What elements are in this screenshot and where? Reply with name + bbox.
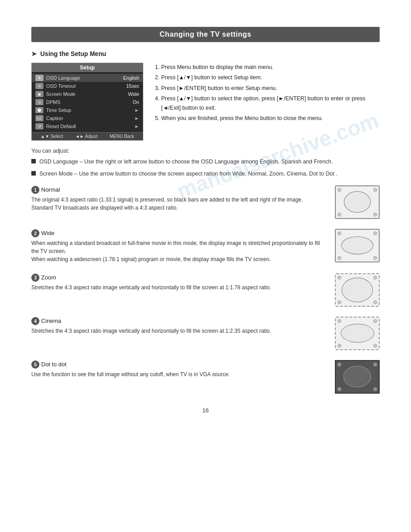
setup-item-dpms: ◎ DPMS On xyxy=(32,98,143,106)
mode-title-row-dotdot: 5 Dot to dot xyxy=(31,360,326,369)
mode-desc-cinema: Stretches the 4:3 aspect ratio image ver… xyxy=(31,327,326,335)
setup-item-arrow-4: ► xyxy=(134,107,139,113)
page-number: 16 xyxy=(31,407,380,414)
setup-item-icon-0: ✦ xyxy=(35,75,43,81)
tv-corner-tl-zoom xyxy=(338,276,341,279)
setup-item-label-4: Time Setup xyxy=(46,107,132,113)
tv-corner-bl-zoom xyxy=(338,300,341,304)
setup-item-icon-6: ↺ xyxy=(35,123,43,129)
setup-item-reset-default: ↺ Reset Default ► xyxy=(32,122,143,130)
setup-item-screen-mode: ▣ Screen Mode Wide xyxy=(32,90,143,98)
tv-diagram-normal xyxy=(335,185,380,219)
mode-name-wide: Wide xyxy=(41,230,55,236)
setup-item-caption: CC Caption ► xyxy=(32,114,143,122)
tv-dotdot-corner-bl xyxy=(338,387,341,391)
mode-item-text-zoom: 3 Zoom Stretches the 4:3 aspect ratio im… xyxy=(31,273,326,292)
setup-item-value-2: Wide xyxy=(128,91,139,97)
page-container: manualsarchive.com Changing the TV setti… xyxy=(0,0,411,532)
setup-item-arrow-5: ► xyxy=(134,116,139,121)
setup-menu-title: ➤ Using the Setup Menu xyxy=(31,50,380,57)
bullet-item-osd-language: OSD Language – Use the right or left arr… xyxy=(31,158,380,166)
setup-item-value-0: English xyxy=(123,75,139,81)
mode-item-dotdot: 5 Dot to dot Use the function to see the… xyxy=(31,360,380,394)
mode-number-3: 3 xyxy=(31,274,39,282)
mode-item-zoom: 3 Zoom Stretches the 4:3 aspect ratio im… xyxy=(31,273,380,307)
tv-dotdot-corner-br xyxy=(373,387,377,391)
section-arrow-icon: ➤ xyxy=(31,50,37,57)
mode-item-text-cinema: 4 Cinema Stretches the 4:3 aspect ratio … xyxy=(31,317,326,335)
tv-dotdot xyxy=(335,360,380,394)
setup-item-label-1: OSD Timeout xyxy=(46,83,124,89)
tv-diagram-wide xyxy=(335,229,380,262)
tv-dotdot-corner-tl xyxy=(338,363,341,366)
footer-adjust: ◄► Adjust xyxy=(75,134,98,139)
mode-title-row-wide: 2 Wide xyxy=(31,229,326,237)
footer-select: ▲▼ Select xyxy=(41,134,63,139)
tv-corner-br-zoom xyxy=(373,300,377,304)
instruction-step-2: Press [▲/▼] button to select Setup item. xyxy=(161,73,380,82)
setup-box-footer: ▲▼ Select ◄► Adjust MENU Back xyxy=(32,132,143,140)
tv-inner-oval-cinema xyxy=(341,324,374,343)
tv-corner-tr-normal xyxy=(373,188,377,192)
setup-box-items: ✦ OSD Language English ⊙ OSD Timeout 15s… xyxy=(32,72,143,132)
you-can-adjust: You can adjust: xyxy=(31,148,380,154)
setup-item-value-3: On xyxy=(133,99,139,105)
setup-menu-label: Using the Setup Menu xyxy=(40,50,106,57)
mode-item-text-wide: 2 Wide When watching a standard broadcas… xyxy=(31,229,326,263)
instruction-step-5: When you are finished, press the Menu bu… xyxy=(161,114,380,123)
tv-corner-br-cinema xyxy=(373,344,377,348)
instruction-step-4: Press [▲/▼] button to select the option,… xyxy=(161,94,380,113)
setup-item-icon-5: CC xyxy=(35,115,43,121)
mode-item-cinema: 4 Cinema Stretches the 4:3 aspect ratio … xyxy=(31,317,380,350)
mode-name-normal: Normal xyxy=(41,186,60,193)
tv-outer-normal xyxy=(335,185,380,219)
tv-corner-bl-wide xyxy=(338,256,341,260)
setup-item-icon-3: ◎ xyxy=(35,99,43,105)
mode-desc-normal: The original 4:3 aspect ratio (1.33:1 si… xyxy=(31,196,326,212)
mode-desc-dotdot: Use the function to see the full image w… xyxy=(31,370,326,378)
setup-box: Setup ✦ OSD Language English ⊙ OSD Timeo… xyxy=(31,63,143,141)
tv-corner-br-normal xyxy=(373,213,377,216)
setup-item-label-5: Caption xyxy=(46,116,132,121)
setup-item-label-2: Screen Mode xyxy=(46,91,125,97)
mode-number-5: 5 xyxy=(31,360,39,369)
mode-item-text-normal: 1 Normal The original 4:3 aspect ratio (… xyxy=(31,185,326,212)
tv-outer-wide xyxy=(335,229,380,262)
mode-number-1: 1 xyxy=(31,186,39,194)
setup-item-label-6: Reset Default xyxy=(46,124,132,129)
setup-item-icon-2: ▣ xyxy=(35,91,43,97)
mode-item-text-dotdot: 5 Dot to dot Use the function to see the… xyxy=(31,360,326,378)
mode-number-2: 2 xyxy=(31,229,39,237)
setup-item-time-setup: 🕐 Time Setup ► xyxy=(32,106,143,114)
mode-name-zoom: Zoom xyxy=(41,274,56,281)
tv-outer-cinema xyxy=(335,317,380,350)
mode-title-row-normal: 1 Normal xyxy=(31,185,326,194)
tv-diagram-zoom xyxy=(335,273,380,307)
tv-diagram-cinema xyxy=(335,317,380,350)
setup-item-osd-timeout: ⊙ OSD Timeout 15sec xyxy=(32,82,143,90)
instruction-step-1: Press Menu button to display the main me… xyxy=(161,63,380,72)
tv-inner-oval-normal xyxy=(344,191,371,213)
tv-inner-oval-zoom xyxy=(342,278,373,302)
mode-name-dotdot: Dot to dot xyxy=(41,361,66,368)
mode-title-row-cinema: 4 Cinema xyxy=(31,317,326,325)
tv-corner-tr-wide xyxy=(373,232,377,235)
tv-corner-br-wide xyxy=(373,256,377,260)
setup-item-value-1: 15sec xyxy=(126,83,139,89)
mode-name-cinema: Cinema xyxy=(41,317,61,324)
tv-corner-tr-cinema xyxy=(373,319,377,323)
instructions-list: Press Menu button to display the main me… xyxy=(154,63,380,141)
tv-corner-tl-cinema xyxy=(338,319,341,323)
mode-section: 1 Normal The original 4:3 aspect ratio (… xyxy=(31,185,380,394)
bullet-text-1: Screen Mode – Use the arrow button to ch… xyxy=(39,170,338,178)
tv-corner-bl-cinema xyxy=(338,344,341,348)
instruction-step-3: Press [►/ENTER] button to enter Setup me… xyxy=(161,84,380,93)
section-header: Changing the TV settings xyxy=(31,27,380,42)
tv-outer-zoom xyxy=(335,273,380,307)
mode-item-normal: 1 Normal The original 4:3 aspect ratio (… xyxy=(31,185,380,219)
tv-diagram-dotdot xyxy=(335,360,380,394)
footer-back: MENU Back xyxy=(110,134,134,139)
tv-dotdot-inner xyxy=(343,366,371,387)
mode-number-4: 4 xyxy=(31,317,39,325)
setup-item-icon-1: ⊙ xyxy=(35,83,43,89)
